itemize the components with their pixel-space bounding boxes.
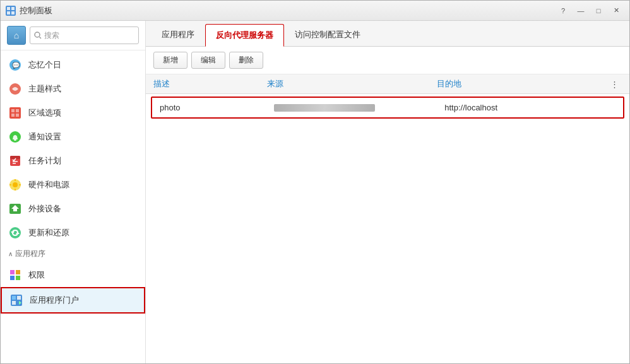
notify-icon (8, 130, 22, 144)
sidebar-item-hardware[interactable]: 硬件和电源 (1, 173, 145, 197)
svg-text:💬: 💬 (12, 61, 20, 69)
svg-rect-3 (11, 11, 15, 15)
col-header-desc[interactable]: 描述 (153, 78, 267, 90)
app-icon (6, 6, 16, 16)
tab-reverse-proxy[interactable]: 反向代理服务器 (205, 24, 284, 47)
title-bar: 控制面板 ? — □ ✕ (1, 1, 629, 21)
search-icon (34, 32, 42, 39)
svg-rect-34 (16, 276, 20, 280)
cell-src (274, 104, 445, 112)
sidebar-item-region-label: 区域选项 (28, 107, 61, 119)
help-button[interactable]: ? (555, 4, 571, 17)
sidebar-list: 💬 忘忆个日 主题样式 (1, 50, 145, 363)
col-header-dst[interactable]: 目的地 (437, 78, 607, 90)
search-placeholder: 搜索 (44, 30, 59, 41)
sidebar-item-region[interactable]: 区域选项 (1, 101, 145, 125)
hardware-icon (8, 178, 22, 192)
home-button[interactable]: ⌂ (7, 26, 26, 45)
sidebar-item-task[interactable]: 任务计划 (1, 149, 145, 173)
svg-rect-37 (17, 296, 21, 300)
external-icon (8, 202, 22, 216)
main-content: ⌂ 搜索 💬 忘忆个日 (1, 21, 629, 363)
svg-rect-12 (11, 114, 15, 117)
col-header-src[interactable]: 来源 (267, 78, 437, 90)
svg-point-28 (9, 227, 21, 238)
sidebar-item-external[interactable]: 外接设备 (1, 197, 145, 221)
table-rows: photo http://localhost (146, 94, 629, 121)
sidebar-item-app-portal[interactable]: 应用程序门户 (1, 287, 145, 314)
window-title: 控制面板 (20, 5, 52, 16)
restore-button[interactable]: □ (590, 4, 607, 17)
svg-rect-10 (11, 109, 15, 112)
svg-rect-13 (16, 114, 19, 117)
edit-button[interactable]: 编辑 (191, 52, 225, 69)
sidebar-item-theme[interactable]: 主题样式 (1, 77, 145, 101)
close-button[interactable]: ✕ (608, 4, 624, 17)
sidebar-item-permission-label: 权限 (28, 269, 45, 281)
delete-button[interactable]: 删除 (229, 52, 263, 69)
svg-rect-11 (16, 109, 19, 112)
svg-rect-33 (10, 276, 15, 280)
tabs-bar: 应用程序 反向代理服务器 访问控制配置文件 (146, 21, 629, 47)
cell-dst: http://localhost (444, 103, 615, 112)
svg-point-4 (35, 32, 40, 37)
col-header-menu[interactable]: ⋮ (607, 79, 622, 89)
src-bar (274, 104, 375, 112)
svg-rect-31 (10, 270, 15, 274)
task-icon (8, 154, 22, 168)
sidebar-item-notify[interactable]: 通知设置 (1, 125, 145, 149)
sidebar-item-memory[interactable]: 💬 忘忆个日 (1, 53, 145, 77)
sidebar-header: ⌂ 搜索 (1, 21, 145, 50)
svg-rect-15 (14, 139, 16, 141)
theme-icon (8, 82, 22, 96)
table-row[interactable]: photo http://localhost (151, 97, 624, 119)
sidebar-item-theme-label: 主题样式 (28, 83, 61, 95)
sidebar-item-permission[interactable]: 权限 (1, 263, 145, 287)
main-window: 控制面板 ? — □ ✕ ⌂ 搜索 (0, 0, 630, 364)
search-box[interactable]: 搜索 (30, 26, 139, 44)
window-controls: ? — □ ✕ (555, 4, 624, 17)
svg-rect-32 (16, 270, 20, 274)
sidebar-item-memory-label: 忘忆个日 (28, 59, 61, 71)
minimize-button[interactable]: — (573, 4, 589, 17)
title-bar-left: 控制面板 (6, 5, 52, 16)
section-apps-label: 应用程序 (15, 249, 45, 259)
section-apps: ∧ 应用程序 (1, 245, 145, 263)
app-portal-icon (9, 293, 23, 307)
sidebar-item-hardware-label: 硬件和电源 (28, 179, 69, 191)
svg-point-21 (13, 182, 18, 187)
sidebar-item-update-label: 更新和还原 (28, 227, 69, 238)
tab-access-control[interactable]: 访问控制配置文件 (284, 23, 371, 46)
svg-rect-38 (12, 301, 16, 305)
svg-rect-9 (9, 107, 21, 119)
permission-icon (8, 268, 22, 282)
svg-line-5 (40, 37, 42, 39)
sidebar-item-external-label: 外接设备 (28, 203, 61, 214)
update-icon (8, 226, 22, 240)
add-button[interactable]: 新增 (153, 52, 187, 69)
region-icon (8, 106, 22, 120)
tab-app[interactable]: 应用程序 (151, 23, 205, 46)
table-header: 描述 来源 目的地 ⋮ (146, 74, 629, 94)
svg-rect-2 (7, 11, 10, 15)
svg-rect-0 (7, 7, 10, 10)
toolbar: 新增 编辑 删除 (146, 47, 629, 74)
section-chevron-icon: ∧ (8, 250, 13, 257)
svg-rect-1 (11, 7, 15, 10)
right-panel: 应用程序 反向代理服务器 访问控制配置文件 新增 编辑 删除 描述 (146, 21, 629, 363)
sidebar-item-update[interactable]: 更新和还原 (1, 221, 145, 245)
memory-icon: 💬 (8, 58, 22, 72)
svg-rect-36 (12, 296, 16, 300)
table-area: 描述 来源 目的地 ⋮ photo http://localhost (146, 74, 629, 363)
sidebar-item-app-portal-label: 应用程序门户 (30, 295, 79, 306)
sidebar: ⌂ 搜索 💬 忘忆个日 (1, 21, 146, 363)
cell-desc: photo (160, 103, 274, 112)
sidebar-item-task-label: 任务计划 (28, 155, 61, 167)
sidebar-item-notify-label: 通知设置 (28, 131, 61, 143)
